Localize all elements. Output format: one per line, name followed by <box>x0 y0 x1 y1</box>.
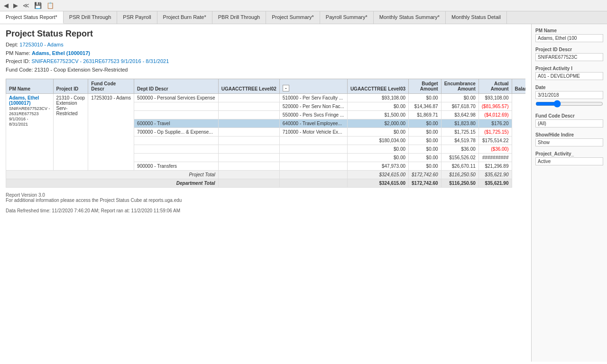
panel-projectid-value[interactable]: SNIFARE677523C <box>535 53 603 61</box>
col-balance: Balance <box>512 79 525 94</box>
tab-monthly-status-summary[interactable]: Monthly Status Summary* <box>374 11 446 24</box>
cell-balance-4: $176.20 <box>478 119 512 128</box>
cell-enc-4: $0.00 <box>409 119 441 128</box>
cell-pt-balance: $35,621.90 <box>478 171 512 179</box>
cell-level03-5: 710000 - Motor Vehicle Ex... <box>279 128 347 136</box>
project-total-label: Project Total <box>6 171 219 179</box>
col-dept-id: Dept ID Descr <box>134 79 219 94</box>
cell-fund: 21310 - CoopExtensionServ-Restricted <box>53 94 88 171</box>
col-pm-name: PM Name <box>6 79 54 94</box>
footer-version: Report Version 3.0 <box>6 192 525 198</box>
cell-dept: 17253010 - Adams <box>88 94 134 171</box>
panel-date-label: Date <box>535 85 603 90</box>
footer-info2: Data Refreshed time: 11/2/2020 7:46:20 A… <box>6 208 525 213</box>
panel-fundcode-label: Fund Code Descr <box>535 113 603 118</box>
cell-level03-7 <box>279 145 347 154</box>
table-row[interactable]: Adams, Ethel(1000017)SNIFARE677523CV -26… <box>6 94 526 102</box>
cell-level02b-4 <box>218 119 279 128</box>
report-footer: Report Version 3.0 For additional inform… <box>6 192 525 213</box>
cell-level03-2: 520000 - Per Serv Non Fac... <box>279 102 347 111</box>
tab-psr-payroll[interactable]: PSR Payroll <box>117 11 157 24</box>
cell-enc-9: $0.00 <box>409 162 441 171</box>
panel-project-activity: Project Activity I A01 - DEVELOPME <box>535 66 603 80</box>
col-actual: ActualAmount <box>478 79 512 94</box>
data-table: PM Name Project ID Fund CodeDescr Dept I… <box>6 79 525 188</box>
date-slider[interactable] <box>535 100 603 108</box>
tab-psr-drill-through[interactable]: PSR Drill Through <box>64 11 117 24</box>
cell-dt-actual: $116,250.50 <box>441 179 478 188</box>
cell-level02-4: 600000 - Travel <box>134 119 219 128</box>
main-layout: Project Status Report Dept: 17253010 - A… <box>0 24 607 362</box>
collapse-button[interactable]: - <box>283 85 289 91</box>
panel-activity2-label: Project_Activity_ <box>535 151 603 156</box>
pm-line: PM Name: Adams, Ethel (1000017) <box>6 49 525 58</box>
panel-fundcode-value[interactable]: (All) <box>535 119 603 127</box>
panel-activity2-value[interactable]: Active <box>535 157 603 165</box>
panel-pm-value[interactable]: Adams, Ethel (100 <box>535 34 603 42</box>
col-level02: UGAACCTTREE Level02 <box>218 79 279 94</box>
cell-enc-5: $0.00 <box>409 128 441 136</box>
tab-project-burn-rate[interactable]: Project Burn Rate* <box>157 11 212 24</box>
tab-project-summary[interactable]: Project Summary* <box>266 11 320 24</box>
cell-budget-9: $47,973.00 <box>347 162 408 171</box>
cell-budget-8: $0.00 <box>347 154 408 162</box>
cell-actual-6: $4,519.78 <box>441 136 478 145</box>
projectid-value: SNIFARE677523CV - 2631RE677523 9/1/2016 … <box>31 58 169 64</box>
cell-balance-3: ($4,012.69) <box>478 111 512 119</box>
panel-date: Date 3/31/2018 <box>535 85 603 109</box>
cell-pm: Adams, Ethel(1000017)SNIFARE677523CV -26… <box>6 94 54 171</box>
nav-save[interactable]: 💾 <box>32 1 44 10</box>
table-header-row: PM Name Project ID Fund CodeDescr Dept I… <box>6 79 526 94</box>
fundcode-line: Fund Code: 21310 - Coop Extension Serv-R… <box>6 66 525 74</box>
cell-level02-7 <box>134 145 219 154</box>
cell-level02-3 <box>134 111 219 119</box>
cell-dt-empty1 <box>218 179 279 188</box>
cell-level02-9: 900000 - Transfers <box>134 162 219 171</box>
cell-actual-4: $1,823.80 <box>441 119 478 128</box>
cell-level02-6 <box>134 136 219 145</box>
cell-actual-8: $156,526.02 <box>441 154 478 162</box>
nav-back[interactable]: ◀ <box>2 1 10 10</box>
nav-clipboard[interactable]: 📋 <box>45 1 56 10</box>
cell-dt-balance: $35,621.90 <box>478 179 512 188</box>
col-encumbrance: EncumbranceAmount <box>441 79 478 94</box>
cell-level03-3: 550000 - Pers Svcs Fringe ... <box>279 111 347 119</box>
tab-pbr-drill-through[interactable]: PBR Drill Through <box>212 11 266 24</box>
tab-project-status-report[interactable]: Project Status Report* <box>0 11 64 24</box>
footer-info1: For additional information please access… <box>6 198 525 203</box>
col-fund-code: Fund CodeDescr <box>88 79 134 94</box>
fundcode-label: Fund Code: <box>6 67 33 73</box>
cell-budget-1: $93,108.00 <box>347 94 408 102</box>
cell-level02b-5 <box>218 128 279 136</box>
pm-value: Adams, Ethel (1000017) <box>32 50 90 56</box>
cell-dt-budget: $324,615.00 <box>347 179 408 188</box>
cell-budget-4: $2,000.00 <box>347 119 408 128</box>
pm-label: PM Name: <box>6 50 30 56</box>
cell-balance-6: $175,514.22 <box>478 136 512 145</box>
panel-fund-code: Fund Code Descr (All) <box>535 113 603 127</box>
tab-bar: Project Status Report* PSR Drill Through… <box>0 11 607 24</box>
cell-balance-9: $21,296.89 <box>478 162 512 171</box>
cell-budget-7: $0.00 <box>347 145 408 154</box>
col-budget: BudgetAmount <box>409 79 441 94</box>
panel-activity-value[interactable]: A01 - DEVELOPME <box>535 72 603 80</box>
panel-showhide-value[interactable]: Show <box>535 138 603 146</box>
cell-balance-2: ($81,965.57) <box>478 102 512 111</box>
panel-show-hide: Show/Hide Indire Show <box>535 132 603 146</box>
cell-budget-3: $1,500.00 <box>347 111 408 119</box>
cell-actual-3: $3,642.98 <box>441 111 478 119</box>
nav-home[interactable]: ≪ <box>21 1 31 10</box>
cell-actual-7: $36.00 <box>441 145 478 154</box>
panel-date-value[interactable]: 3/31/2018 <box>535 91 603 99</box>
cell-level03-1: 510000 - Per Serv Faculty ... <box>279 94 347 102</box>
tab-payroll-summary[interactable]: Payroll Summary* <box>320 11 374 24</box>
cell-enc-7: $0.00 <box>409 145 441 154</box>
cell-level02-8 <box>134 154 219 162</box>
col-level02-collapse[interactable]: - <box>279 79 347 94</box>
tab-monthly-status-detail[interactable]: Monthly Status Detail <box>446 11 507 24</box>
nav-forward[interactable]: ▶ <box>11 1 20 10</box>
cell-enc-1: $0.00 <box>409 94 441 102</box>
panel-pm-label: PM Name <box>535 28 603 33</box>
cell-budget-6: $180,034.00 <box>347 136 408 145</box>
report-meta: Dept: 17253010 - Adams PM Name: Adams, E… <box>6 41 525 74</box>
